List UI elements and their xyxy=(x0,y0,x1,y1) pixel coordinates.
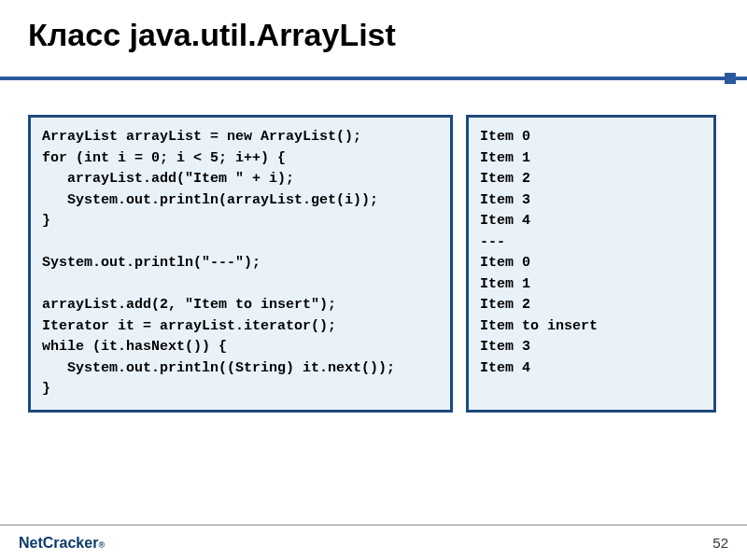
slide-title: Класс java.util.ArrayList xyxy=(28,17,719,53)
footer-logo: NetCracker® xyxy=(19,535,105,552)
code-block-source: ArrayList arrayList = new ArrayList(); f… xyxy=(28,115,453,413)
page-number: 52 xyxy=(712,535,728,551)
content-row: ArrayList arrayList = new ArrayList(); f… xyxy=(28,115,719,413)
title-divider xyxy=(0,77,747,80)
slide-footer: NetCracker® 52 xyxy=(0,525,747,560)
slide-container: Класс java.util.ArrayList ArrayList arra… xyxy=(0,0,747,560)
logo-text-cracker: Cracker xyxy=(43,535,99,552)
logo-text-net: Net xyxy=(19,535,43,552)
code-block-output: Item 0 Item 1 Item 2 Item 3 Item 4 --- I… xyxy=(466,115,716,413)
logo-registered-icon: ® xyxy=(98,540,105,550)
